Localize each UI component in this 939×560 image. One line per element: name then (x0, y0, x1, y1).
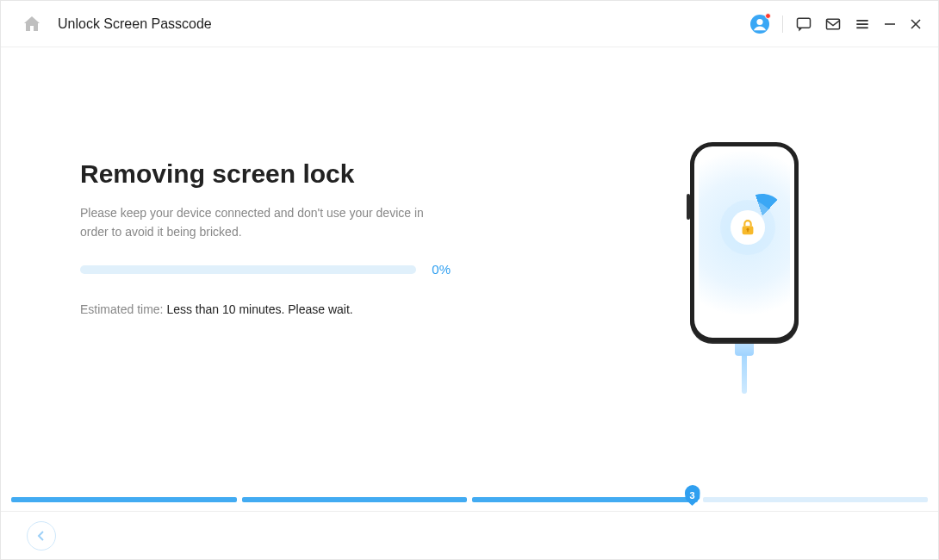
cable-icon (731, 340, 757, 394)
minimize-button[interactable] (883, 17, 897, 31)
step-current-badge: 3 (685, 485, 700, 506)
svg-point-1 (756, 18, 762, 24)
titlebar-actions (749, 14, 923, 34)
arrow-left-icon (34, 529, 48, 543)
lock-icon (731, 210, 765, 245)
svg-rect-6 (856, 27, 867, 28)
titlebar: Unlock Screen Passcode (1, 1, 938, 47)
progress-bar (80, 265, 416, 274)
menu-icon[interactable] (854, 16, 871, 33)
step-segment-3: 3 (472, 497, 698, 502)
progress-row: 0% (80, 262, 451, 277)
page-title: Unlock Screen Passcode (58, 16, 212, 32)
mail-icon[interactable] (824, 16, 842, 33)
close-button[interactable] (909, 17, 923, 31)
main-content: Removing screen lock Please keep your de… (1, 47, 938, 502)
step-segment-4 (703, 497, 929, 502)
back-button[interactable] (27, 521, 56, 551)
description: Please keep your device connected and do… (80, 204, 425, 241)
device-illustration (671, 142, 818, 394)
app-window: Unlock Screen Passcode (0, 0, 939, 560)
svg-rect-4 (856, 20, 867, 22)
progress-percent: 0% (432, 262, 451, 277)
account-avatar-icon[interactable] (749, 14, 770, 34)
home-icon[interactable] (22, 14, 42, 34)
chat-icon[interactable] (795, 16, 812, 33)
divider (782, 16, 783, 33)
phone-icon (690, 142, 799, 342)
status-panel: Removing screen lock Please keep your de… (80, 159, 451, 316)
svg-rect-5 (856, 23, 867, 25)
svg-rect-12 (747, 230, 748, 233)
heading: Removing screen lock (80, 159, 451, 189)
eta-line: Estimated time: Less than 10 minutes. Pl… (80, 302, 451, 316)
footer (1, 511, 938, 559)
eta-value: Less than 10 minutes. Please wait. (166, 302, 352, 316)
svg-rect-2 (798, 18, 811, 28)
step-segment-2 (242, 497, 468, 502)
step-segment-1 (11, 497, 237, 502)
notification-dot-icon (765, 13, 771, 19)
svg-rect-3 (827, 19, 840, 29)
step-progress: 3 (11, 497, 928, 502)
eta-label: Estimated time: (80, 302, 166, 316)
